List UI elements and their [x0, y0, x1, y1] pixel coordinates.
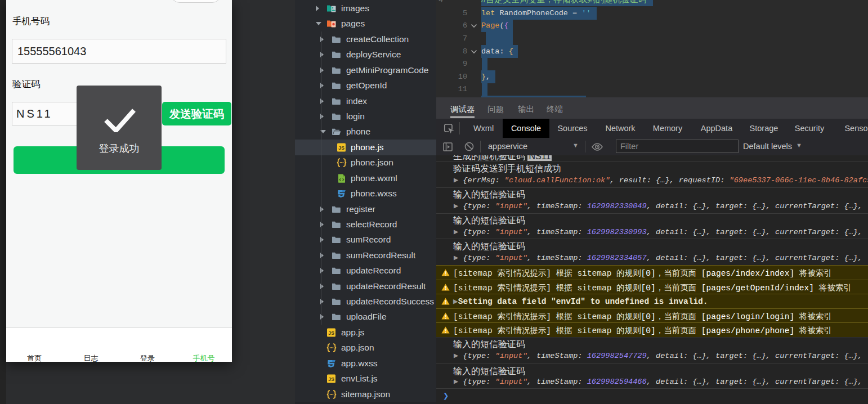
svg-text:JS: JS [328, 376, 334, 382]
svg-text:JS: JS [328, 330, 334, 336]
svg-text:JS: JS [338, 145, 344, 151]
